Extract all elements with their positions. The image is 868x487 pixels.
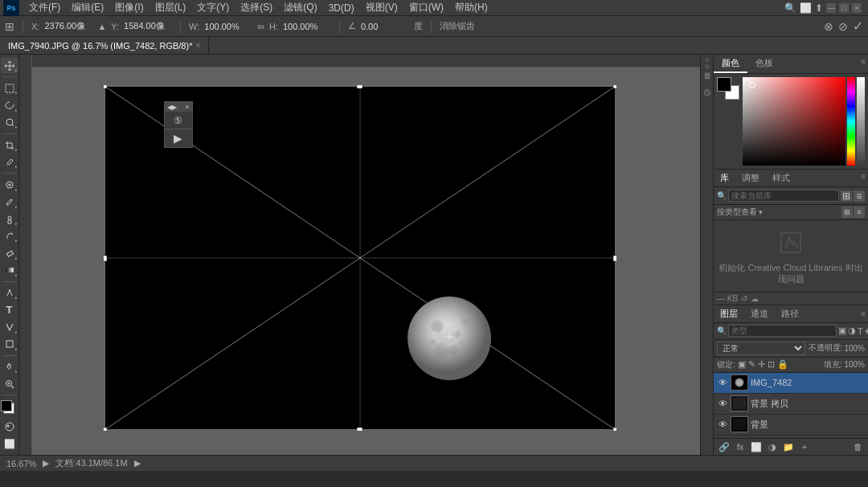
spot-heal-tool[interactable]: ▸ xyxy=(1,177,18,192)
layers-panel-menu-icon[interactable]: ≡ xyxy=(858,307,868,321)
marquee-tool[interactable]: ▸ xyxy=(1,80,18,96)
y-value[interactable]: 1584.00像 xyxy=(124,20,172,32)
layer-visibility-btn[interactable]: 👁 xyxy=(717,377,728,388)
clone-stamp-tool[interactable]: ▸ xyxy=(1,211,18,227)
canvas-area[interactable]: ◀▶ × ⑤ ▶ xyxy=(19,55,700,455)
lasso-tool[interactable]: ▸ xyxy=(1,97,18,113)
tab-swatches[interactable]: 色板 xyxy=(747,55,781,73)
close-btn[interactable]: × xyxy=(852,3,862,13)
library-search-input[interactable] xyxy=(728,190,839,202)
opacity-value[interactable]: 100% xyxy=(844,344,865,353)
menu-image[interactable]: 图像(I) xyxy=(110,0,148,15)
doc-size-arrow-icon[interactable]: ▶ xyxy=(134,458,141,469)
fill-value[interactable]: 100% xyxy=(844,360,865,369)
cloud-icon[interactable]: ☁ xyxy=(751,294,759,303)
cc-refresh-icon[interactable]: ↺ xyxy=(741,294,747,303)
hand-tool[interactable]: ▸ xyxy=(1,359,18,374)
quick-mask-btn[interactable] xyxy=(1,419,18,435)
menu-view[interactable]: 视图(V) xyxy=(361,0,403,15)
tab-libraries[interactable]: 库 xyxy=(714,170,735,186)
layer-adjust-filter-btn[interactable]: ◑ xyxy=(848,325,856,338)
color-panel-menu-icon[interactable]: ≡ xyxy=(858,55,868,73)
gradient-tool[interactable]: ▸ xyxy=(1,263,18,278)
status-arrow-icon[interactable]: ▶ xyxy=(43,458,49,469)
libraries-panel-menu[interactable]: ≡ xyxy=(858,170,868,186)
delete-layer-btn[interactable]: 🗑 xyxy=(850,440,865,453)
move-tool[interactable]: ▸ xyxy=(1,58,18,73)
menu-3d[interactable]: 3D(D) xyxy=(324,2,359,14)
brush-tool[interactable]: ▸ xyxy=(1,194,18,210)
menu-edit[interactable]: 编辑(E) xyxy=(67,0,108,15)
lock-artboard-btn[interactable]: ⊡ xyxy=(768,359,775,370)
new-adjustment-layer-btn[interactable]: ◑ xyxy=(765,440,780,453)
arrange-icon[interactable]: ⬜ xyxy=(800,2,812,14)
lib-view-btn2[interactable]: ⊞ xyxy=(841,207,853,218)
blend-mode-select[interactable]: 正常 xyxy=(717,342,805,355)
tab-color[interactable]: 颜色 xyxy=(714,55,747,73)
fg-bg-swatches[interactable] xyxy=(717,77,739,100)
lib-grid-view-btn[interactable]: ⊞ xyxy=(841,190,852,202)
search-icon[interactable]: 🔍 xyxy=(784,2,796,14)
h-value[interactable]: 100.00% xyxy=(283,22,331,31)
layers-panel-icon[interactable] xyxy=(702,72,713,84)
confirm-transform-icon[interactable]: ✓ xyxy=(853,18,863,34)
layer-item[interactable]: 👁 背景 xyxy=(714,415,868,436)
minimize-btn[interactable]: — xyxy=(826,3,836,13)
menu-filter[interactable]: 滤镜(Q) xyxy=(279,0,321,15)
color-panel-icon[interactable] xyxy=(702,58,713,69)
layer-item[interactable]: 👁 IMG_7482 xyxy=(714,373,868,394)
lib-view-btn3[interactable]: ≡ xyxy=(854,207,865,218)
document-tab[interactable]: IMG_7940.JPG @ 16.7% (IMG_7482, RGB/8)* … xyxy=(0,37,209,54)
eyedropper-tool[interactable]: ▸ xyxy=(1,154,18,170)
float-panel-close-btn[interactable]: × xyxy=(185,103,189,111)
menu-file[interactable]: 文件(F) xyxy=(24,0,65,15)
tab-close-btn[interactable]: × xyxy=(195,41,200,50)
zoom-tool[interactable] xyxy=(1,376,18,391)
tab-style[interactable]: 样式 xyxy=(766,170,796,186)
lock-all-btn[interactable]: 🔒 xyxy=(777,359,788,370)
history-brush-tool[interactable]: ▸ xyxy=(1,228,18,244)
float-panel-play-btn[interactable]: ▶ xyxy=(165,129,192,147)
pen-tool[interactable]: ▸ xyxy=(1,285,18,301)
lock-paint-btn[interactable]: ✎ xyxy=(748,359,755,370)
warp-icon[interactable]: ⊗ xyxy=(824,20,833,33)
screen-mode-btn[interactable]: ⬜ xyxy=(1,436,18,452)
tab-adjust[interactable]: 调整 xyxy=(735,170,766,186)
layer-smart-filter-btn[interactable]: ◈ xyxy=(865,325,868,338)
color-gradient-main[interactable] xyxy=(743,77,845,166)
menu-window[interactable]: 窗口(W) xyxy=(404,0,448,15)
alpha-bar[interactable] xyxy=(857,77,865,166)
cancel-transform-icon[interactable]: ⊘ xyxy=(838,20,848,33)
menu-help[interactable]: 帮助(H) xyxy=(450,0,493,15)
add-link-btn[interactable]: 🔗 xyxy=(717,440,731,453)
text-tool[interactable]: T xyxy=(1,302,18,317)
float-panel-header[interactable]: ◀▶ × xyxy=(165,102,192,112)
quick-select-tool[interactable]: ▸ xyxy=(1,115,18,130)
lib-list-view-btn[interactable]: ≡ xyxy=(854,190,865,202)
eraser-tool[interactable]: ▸ xyxy=(1,245,18,260)
layer-type-filter-btn[interactable]: T xyxy=(858,325,863,338)
menu-type[interactable]: 文字(Y) xyxy=(192,0,234,15)
add-mask-btn[interactable]: ⬜ xyxy=(749,440,764,453)
path-select-tool[interactable]: ▸ xyxy=(1,319,18,334)
add-effect-btn[interactable]: fx xyxy=(733,440,747,453)
color-gradient-picker[interactable] xyxy=(743,77,865,166)
layer-visibility-btn[interactable]: 👁 xyxy=(717,419,728,430)
share-icon[interactable]: ⬆ xyxy=(815,2,823,14)
new-layer-btn[interactable]: + xyxy=(797,440,812,453)
crop-tool[interactable]: ▸ xyxy=(1,137,18,153)
layer-pixel-filter-btn[interactable]: ▣ xyxy=(838,325,846,338)
angle-value[interactable]: 0.00 xyxy=(361,22,409,31)
lock-transparency-btn[interactable]: ▣ xyxy=(738,359,746,370)
layers-filter-input[interactable] xyxy=(728,325,837,337)
layer-visibility-btn[interactable]: 👁 xyxy=(717,398,728,409)
float-panel-num-btn[interactable]: ⑤ xyxy=(165,112,192,129)
link-icon[interactable]: ∞ xyxy=(257,21,264,32)
lock-position-btn[interactable]: ✛ xyxy=(758,359,765,370)
new-group-btn[interactable]: 📁 xyxy=(781,440,796,453)
maximize-btn[interactable]: □ xyxy=(839,3,849,13)
tab-layers[interactable]: 图层 xyxy=(714,305,744,322)
fg-swatch-widget[interactable] xyxy=(1,400,12,411)
history-panel-icon[interactable] xyxy=(702,87,713,98)
fg-bg-swatch-widget[interactable] xyxy=(1,400,18,415)
